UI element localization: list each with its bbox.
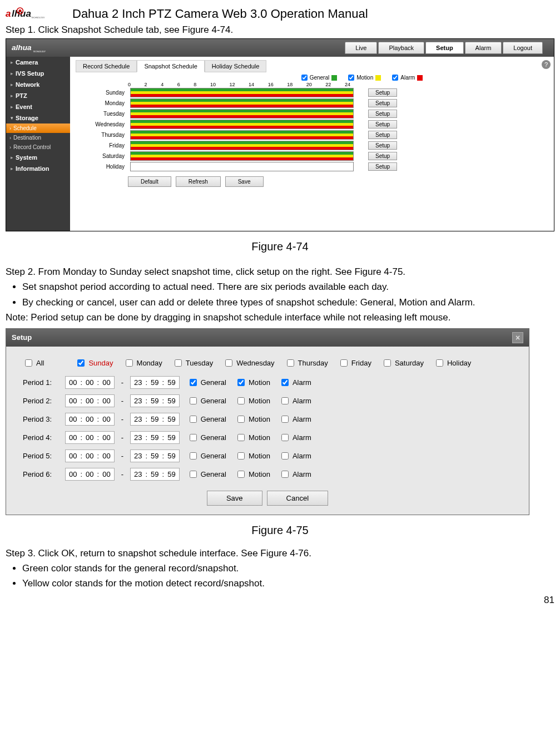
- day-bar[interactable]: [130, 141, 354, 150]
- day-cb-input[interactable]: [340, 359, 348, 367]
- legend-general[interactable]: General: [301, 75, 338, 81]
- day-bar[interactable]: [130, 162, 354, 171]
- alarm-cb-input[interactable]: [281, 379, 289, 386]
- end-time-input[interactable]: 23:59:59: [130, 468, 180, 481]
- motion-cb-input[interactable]: [237, 434, 245, 441]
- motion-checkbox[interactable]: Motion: [235, 432, 270, 443]
- day-bar[interactable]: [130, 130, 354, 140]
- motion-checkbox[interactable]: Motion: [235, 377, 270, 388]
- alarm-cb-input[interactable]: [281, 471, 289, 478]
- close-icon[interactable]: ×: [512, 332, 523, 343]
- day-cb-input[interactable]: [436, 359, 443, 367]
- day-cb-tuesday[interactable]: Tuesday: [172, 358, 213, 368]
- sidebar-item-camera[interactable]: ▸Camera: [6, 57, 70, 68]
- general-checkbox[interactable]: General: [187, 414, 226, 424]
- day-cb-input[interactable]: [384, 359, 391, 367]
- end-time-input[interactable]: 23:59:59: [130, 431, 180, 444]
- general-cb-input[interactable]: [190, 379, 197, 386]
- day-cb-friday[interactable]: Friday: [338, 358, 371, 368]
- legend-motion[interactable]: Motion: [348, 75, 381, 81]
- legend-alarm-cb[interactable]: [392, 75, 398, 81]
- save-button[interactable]: Save: [225, 176, 264, 187]
- alarm-checkbox[interactable]: Alarm: [279, 377, 311, 388]
- general-cb-input[interactable]: [190, 434, 197, 441]
- motion-checkbox[interactable]: Motion: [235, 469, 270, 480]
- alarm-checkbox[interactable]: Alarm: [279, 469, 311, 480]
- general-cb-input[interactable]: [190, 416, 197, 423]
- sidebar-sub-schedule[interactable]: ›Schedule: [6, 124, 70, 133]
- end-time-input[interactable]: 23:59:59: [130, 449, 180, 462]
- end-time-input[interactable]: 23:59:59: [130, 394, 180, 407]
- cancel-button[interactable]: Cancel: [267, 491, 328, 506]
- default-button[interactable]: Default: [128, 176, 171, 187]
- day-cb-input[interactable]: [77, 359, 85, 367]
- sidebar-item-storage[interactable]: ▾Storage: [6, 112, 70, 124]
- general-checkbox[interactable]: General: [187, 432, 226, 443]
- all-cb-input[interactable]: [25, 359, 32, 367]
- start-time-input[interactable]: 00:00:00: [65, 431, 115, 444]
- sidebar-sub-record-control[interactable]: ›Record Control: [6, 142, 70, 152]
- setup-button[interactable]: Setup: [368, 99, 397, 107]
- motion-cb-input[interactable]: [237, 452, 245, 460]
- alarm-cb-input[interactable]: [281, 397, 289, 404]
- sidebar-item-network[interactable]: ▸Network: [6, 79, 70, 90]
- day-bar[interactable]: [130, 98, 354, 108]
- alarm-checkbox[interactable]: Alarm: [279, 432, 311, 443]
- top-tab-alarm[interactable]: Alarm: [465, 42, 502, 54]
- day-cb-sunday[interactable]: Sunday: [75, 358, 113, 368]
- general-checkbox[interactable]: General: [187, 469, 226, 480]
- day-bar[interactable]: [130, 120, 354, 129]
- setup-button[interactable]: Setup: [368, 120, 397, 129]
- setup-button[interactable]: Setup: [368, 131, 397, 139]
- alarm-cb-input[interactable]: [281, 434, 289, 441]
- subtab-snapshot-schedule[interactable]: Snapshot Schedule: [137, 60, 204, 72]
- legend-alarm[interactable]: Alarm: [392, 75, 423, 81]
- sidebar-sub-destination[interactable]: ›Destination: [6, 133, 70, 142]
- day-cb-monday[interactable]: Monday: [123, 358, 162, 368]
- setup-button[interactable]: Setup: [368, 152, 397, 160]
- alarm-cb-input[interactable]: [281, 452, 289, 460]
- help-icon[interactable]: ?: [542, 60, 551, 69]
- start-time-input[interactable]: 00:00:00: [65, 468, 115, 481]
- day-cb-input[interactable]: [126, 359, 133, 367]
- general-checkbox[interactable]: General: [187, 396, 226, 406]
- motion-checkbox[interactable]: Motion: [235, 451, 270, 461]
- general-cb-input[interactable]: [190, 397, 197, 404]
- general-checkbox[interactable]: General: [187, 451, 226, 461]
- sidebar-item-event[interactable]: ▸Event: [6, 101, 70, 112]
- setup-button[interactable]: Setup: [368, 162, 397, 171]
- day-bar[interactable]: [130, 109, 354, 118]
- sidebar-item-ivs-setup[interactable]: ▸IVS Setup: [6, 68, 70, 79]
- alarm-checkbox[interactable]: Alarm: [279, 396, 311, 406]
- start-time-input[interactable]: 00:00:00: [65, 376, 115, 389]
- end-time-input[interactable]: 23:59:59: [130, 376, 180, 389]
- motion-checkbox[interactable]: Motion: [235, 396, 270, 406]
- top-tab-logout[interactable]: Logout: [503, 42, 543, 54]
- sidebar-item-information[interactable]: ▸Information: [6, 163, 70, 174]
- top-tab-playback[interactable]: Playback: [378, 42, 424, 54]
- start-time-input[interactable]: 00:00:00: [65, 394, 115, 407]
- subtab-record-schedule[interactable]: Record Schedule: [76, 60, 137, 72]
- motion-cb-input[interactable]: [237, 416, 245, 423]
- day-cb-input[interactable]: [287, 359, 294, 367]
- start-time-input[interactable]: 00:00:00: [65, 449, 115, 462]
- refresh-button[interactable]: Refresh: [176, 176, 221, 187]
- general-cb-input[interactable]: [190, 452, 197, 460]
- day-cb-thursday[interactable]: Thursday: [285, 358, 328, 368]
- subtab-holiday-schedule[interactable]: Holiday Schedule: [205, 60, 267, 72]
- start-time-input[interactable]: 00:00:00: [65, 413, 115, 426]
- alarm-checkbox[interactable]: Alarm: [279, 414, 311, 424]
- save-button[interactable]: Save: [207, 491, 262, 506]
- alarm-cb-input[interactable]: [281, 416, 289, 423]
- alarm-checkbox[interactable]: Alarm: [279, 451, 311, 461]
- general-cb-input[interactable]: [190, 471, 197, 478]
- end-time-input[interactable]: 23:59:59: [130, 413, 180, 426]
- setup-button[interactable]: Setup: [368, 110, 397, 118]
- day-bar[interactable]: [130, 88, 354, 97]
- motion-cb-input[interactable]: [237, 397, 245, 404]
- setup-button[interactable]: Setup: [368, 141, 397, 150]
- day-cb-holiday[interactable]: Holiday: [434, 358, 471, 368]
- day-cb-wednesday[interactable]: Wednesday: [223, 358, 274, 368]
- legend-motion-cb[interactable]: [348, 75, 354, 81]
- day-cb-saturday[interactable]: Saturday: [381, 358, 424, 368]
